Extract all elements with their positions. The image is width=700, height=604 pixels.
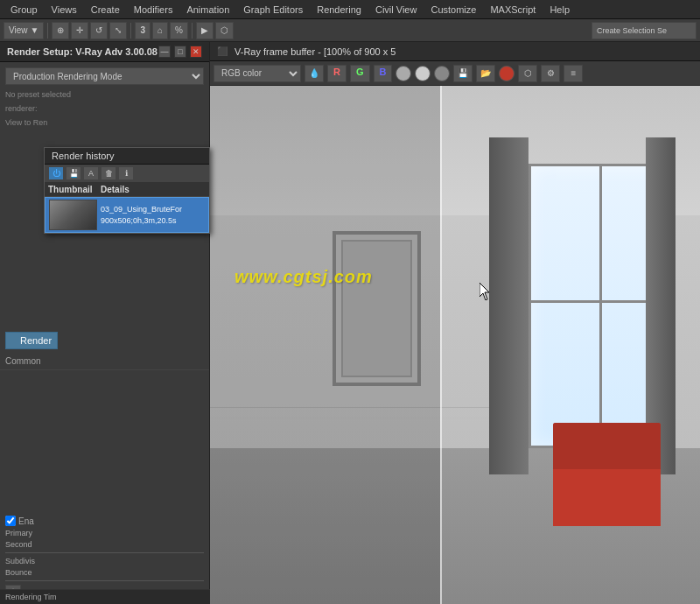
second-label: Second — [5, 540, 204, 549]
section-divider-2 — [5, 580, 204, 581]
mode-row: Production Rendering Mode — [5, 67, 204, 85]
history-row[interactable]: 03_09_Using_BruteFor 900x506;0h,3m,20.5s — [45, 197, 209, 233]
color-mode-select[interactable]: RGB color — [214, 65, 301, 82]
menu-group[interactable]: Group — [4, 3, 45, 17]
toolbar-view-select[interactable]: View ▼ — [4, 22, 44, 39]
subdiv-label: Subdivis — [5, 557, 204, 565]
section-divider-1 — [5, 552, 204, 553]
channel-r-btn[interactable]: R — [327, 65, 346, 82]
toolbar-separator-2 — [130, 23, 131, 39]
history-open-btn[interactable]: A — [83, 166, 99, 180]
vray-settings-btn[interactable]: ⚙ — [541, 65, 560, 82]
enable-checkbox[interactable] — [5, 516, 16, 526]
toolbar-separator-1 — [47, 23, 48, 39]
primary-label: Primary — [5, 529, 204, 537]
vray-stop-btn[interactable] — [499, 66, 514, 81]
toolbar-btn-percent[interactable]: % — [170, 22, 188, 39]
close-button[interactable]: ✕ — [190, 46, 202, 58]
history-filename: 03_09_Using_BruteFor — [101, 204, 205, 215]
history-header: Thumbnail Details — [45, 183, 209, 197]
vray-eyedropper-btn[interactable]: 💧 — [304, 65, 324, 82]
menu-civil-view[interactable]: Civil View — [368, 3, 424, 17]
vray-circle-btn-2[interactable] — [415, 66, 430, 81]
history-power-btn[interactable]: ⏻ — [48, 166, 64, 180]
menu-animation[interactable]: Animation — [179, 3, 236, 17]
sofa-back — [553, 423, 661, 474]
vray-icon: ⬛ — [217, 46, 228, 56]
window-vertical-bar — [599, 166, 602, 446]
menu-maxscript[interactable]: MAXScript — [483, 3, 542, 17]
menu-views[interactable]: Views — [45, 3, 84, 17]
history-delete-btn[interactable]: 🗑 — [101, 166, 116, 180]
toolbar-btn-snap[interactable]: ⊕ — [52, 22, 69, 39]
toolbar-btn-render[interactable]: ▶ — [196, 22, 214, 39]
render-button[interactable]: Render — [5, 332, 58, 349]
history-title-bar: Render history — [45, 148, 209, 165]
render-history-panel: Render history ⏻ 💾 A 🗑 ℹ Thumbnail Detai… — [44, 147, 210, 234]
preset-label: No preset selected — [5, 90, 204, 99]
toolbar-view-label: View — [9, 25, 28, 35]
common-label: Common — [0, 353, 209, 370]
vray-circle-btn-1[interactable] — [396, 66, 411, 81]
history-info-btn[interactable]: ℹ — [118, 166, 134, 180]
bounce-label: Bounce — [5, 568, 204, 577]
panel-controls: — □ ✕ — [158, 46, 202, 58]
toolbar-separator-3 — [192, 23, 192, 39]
main-area: Render Setup: V-Ray Adv 3.00.08 — □ ✕ Pr… — [0, 42, 700, 604]
enable-label: Ena — [18, 516, 34, 526]
enable-checkbox-row: Ena — [5, 516, 204, 526]
menu-customize[interactable]: Customize — [424, 3, 483, 17]
menu-modifiers[interactable]: Modifiers — [127, 3, 180, 17]
render-button-area: Render — [0, 328, 209, 353]
vray-title: V-Ray frame buffer - [100% of 900 x 5 — [234, 46, 693, 57]
channel-b-btn[interactable]: B — [374, 65, 393, 82]
history-toolbar: ⏻ 💾 A 🗑 ℹ — [45, 165, 209, 183]
vray-frame-panel: ⬛ V-Ray frame buffer - [100% of 900 x 5 … — [210, 42, 700, 604]
menu-create[interactable]: Create — [84, 3, 127, 17]
render-setup-panel: Render Setup: V-Ray Adv 3.00.08 — □ ✕ Pr… — [0, 42, 210, 604]
toolbar-btn-house[interactable]: ⌂ — [152, 22, 168, 39]
menu-help[interactable]: Help — [542, 3, 577, 17]
channel-g-btn[interactable]: G — [350, 65, 370, 82]
vray-open-btn[interactable]: 📂 — [476, 65, 495, 82]
render-left-overlay — [210, 86, 440, 604]
render-time-label: Rendering Tim — [0, 589, 210, 604]
renderer-label: renderer: — [5, 104, 204, 113]
history-title: Render history — [52, 151, 115, 161]
sofa-seat — [553, 469, 661, 526]
toolbar-btn-render2[interactable]: ⬡ — [215, 22, 234, 39]
history-size-time: 900x506;0h,3m,20.5s — [101, 215, 205, 227]
history-save-btn[interactable]: 💾 — [66, 166, 81, 180]
history-detail-text: 03_09_Using_BruteFor 900x506;0h,3m,20.5s — [97, 204, 205, 226]
render-image-area: www.cgtsj.com — [210, 86, 700, 604]
toolbar: View ▼ ⊕ ✛ ↺ ⤡ 3 ⌂ % ▶ ⬡ Create Selectio… — [0, 19, 700, 42]
toolbar-btn-3[interactable]: 3 — [135, 22, 150, 39]
vray-title-bar: ⬛ V-Ray frame buffer - [100% of 900 x 5 — [210, 42, 700, 61]
rendering-mode-dropdown[interactable]: Production Rendering Mode — [5, 67, 204, 85]
render-setup-title-bar: Render Setup: V-Ray Adv 3.00.08 — □ ✕ — [0, 42, 209, 62]
restore-button[interactable]: □ — [174, 46, 186, 58]
curtain-left — [489, 137, 528, 474]
history-col-details: Details — [101, 185, 206, 194]
history-col-thumbnail: Thumbnail — [48, 185, 101, 194]
create-selection-label: Create Selection Se — [597, 26, 667, 35]
menu-bar: Group Views Create Modifiers Animation G… — [0, 0, 700, 19]
view-to-render-label: View to Ren — [5, 118, 204, 127]
menu-graph-editors[interactable]: Graph Editors — [236, 3, 310, 17]
toolbar-btn-rotate[interactable]: ↺ — [90, 22, 108, 39]
vray-toolbar: RGB color 💧 R G B 💾 📂 ⬡ ⚙ ≡ — [210, 61, 700, 86]
menu-rendering[interactable]: Rendering — [310, 3, 368, 17]
vray-save-btn[interactable]: 💾 — [453, 65, 472, 82]
toolbar-btn-move[interactable]: ✛ — [71, 22, 88, 39]
vray-circle-btn-3[interactable] — [434, 66, 450, 81]
room-background: www.cgtsj.com — [210, 86, 700, 604]
minimize-button[interactable]: — — [158, 46, 171, 58]
preset-row: No preset selected — [5, 90, 204, 99]
watermark-text: www.cgtsj.com — [234, 267, 373, 287]
vray-channel-btn[interactable]: ≡ — [564, 65, 583, 82]
vray-compare-btn[interactable]: ⬡ — [518, 65, 537, 82]
history-thumbnail — [49, 200, 97, 230]
toolbar-btn-scale[interactable]: ⤡ — [109, 22, 127, 39]
toolbar-create-selection[interactable]: Create Selection Se — [592, 22, 696, 39]
render-setup-title: Render Setup: V-Ray Adv 3.00.08 — [7, 46, 158, 57]
